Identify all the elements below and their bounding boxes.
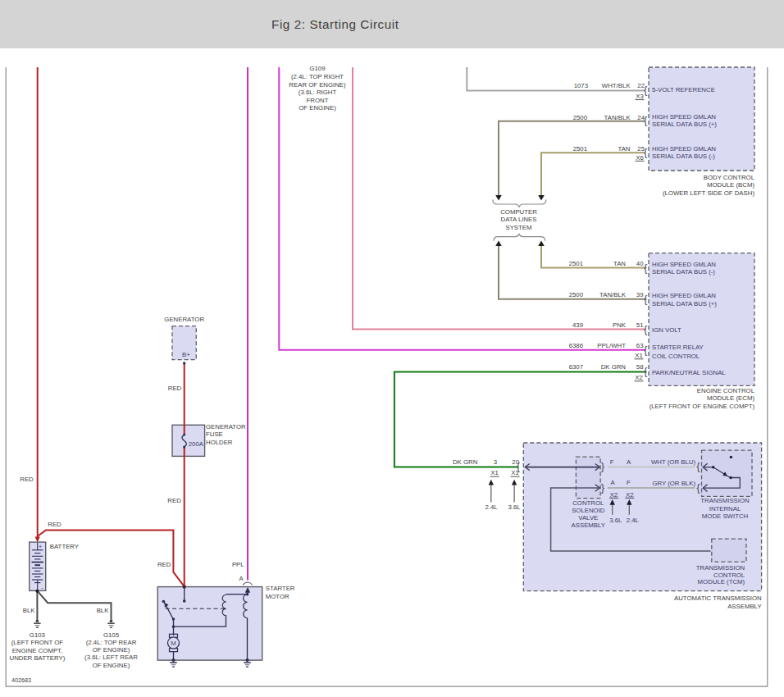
- svg-text:RED: RED: [157, 561, 171, 568]
- svg-text:2500: 2500: [569, 291, 584, 298]
- svg-text:TRANSMISSION: TRANSMISSION: [700, 497, 749, 504]
- svg-text:G109: G109: [309, 65, 325, 72]
- svg-text:HIGH SPEED GMLAN: HIGH SPEED GMLAN: [652, 292, 716, 299]
- svg-text:(2.4L: TOP RIGHT: (2.4L: TOP RIGHT: [291, 73, 344, 80]
- svg-text:51: 51: [636, 321, 644, 329]
- svg-text:{: {: [644, 262, 648, 274]
- svg-text:58: 58: [636, 363, 644, 371]
- svg-text:DK GRN: DK GRN: [453, 458, 477, 466]
- svg-text:MODULE (ECM): MODULE (ECM): [707, 394, 754, 402]
- svg-text:+: +: [39, 543, 42, 550]
- svg-text:RED: RED: [167, 497, 181, 504]
- svg-text:20: 20: [512, 458, 519, 466]
- svg-text:6386: 6386: [569, 342, 583, 349]
- svg-text:PPL: PPL: [232, 561, 244, 568]
- svg-text:{: {: [644, 323, 648, 335]
- svg-text:INTERNAL: INTERNAL: [709, 505, 741, 512]
- svg-text:STARTER RELAY: STARTER RELAY: [652, 344, 704, 351]
- svg-text:SERIAL DATA BUS (-): SERIAL DATA BUS (-): [652, 153, 715, 160]
- svg-text:GENERATOR: GENERATOR: [206, 423, 246, 430]
- svg-text:OF ENGINE): OF ENGINE): [299, 104, 336, 112]
- svg-text:GRY (OR BLK): GRY (OR BLK): [652, 480, 695, 487]
- svg-text:DK GRN: DK GRN: [601, 363, 626, 371]
- svg-text:CONTROL: CONTROL: [572, 499, 604, 507]
- svg-text:ASSEMBLY: ASSEMBLY: [727, 603, 762, 610]
- svg-text:TAN/BLK: TAN/BLK: [604, 114, 631, 121]
- svg-text:PNK: PNK: [613, 321, 627, 329]
- svg-text:439: 439: [572, 321, 583, 329]
- svg-text:{: {: [696, 460, 700, 472]
- svg-text:TAN: TAN: [613, 260, 626, 267]
- svg-text:40: 40: [636, 260, 644, 267]
- svg-text:(2.4L: TOP REAR: (2.4L: TOP REAR: [86, 639, 137, 646]
- svg-text:TAN/BLK: TAN/BLK: [599, 291, 627, 298]
- svg-text:3: 3: [494, 458, 497, 466]
- svg-text:HIGH SPEED GMLAN: HIGH SPEED GMLAN: [652, 113, 716, 121]
- svg-text:402683: 402683: [11, 676, 31, 684]
- svg-text:BODY CONTROL: BODY CONTROL: [704, 174, 755, 181]
- svg-text:200A: 200A: [189, 440, 204, 448]
- svg-text:RED: RED: [20, 476, 34, 483]
- svg-text:(LOWER LEFT SIDE OF DASH): (LOWER LEFT SIDE OF DASH): [663, 189, 754, 197]
- svg-text:6307: 6307: [569, 363, 583, 371]
- svg-text:BLK: BLK: [97, 607, 110, 614]
- svg-text:REAR OF ENGINE): REAR OF ENGINE): [289, 81, 346, 89]
- svg-text:VALVE: VALVE: [578, 514, 598, 522]
- svg-text:X1: X1: [511, 469, 519, 476]
- svg-text:MODULE (TCM): MODULE (TCM): [698, 578, 745, 585]
- svg-text:3.6L: 3.6L: [508, 503, 522, 511]
- svg-text:X2: X2: [626, 491, 634, 499]
- svg-text:A: A: [239, 575, 244, 582]
- svg-text:2500: 2500: [573, 114, 588, 121]
- svg-text:SOLENOID: SOLENOID: [572, 507, 605, 514]
- svg-text:M: M: [171, 640, 176, 647]
- svg-text:{: {: [644, 344, 648, 356]
- svg-text:PARK/NEUTRAL SIGNAL: PARK/NEUTRAL SIGNAL: [652, 369, 726, 376]
- svg-text:WHT (OR BLU): WHT (OR BLU): [651, 458, 695, 466]
- svg-text:MODULE (BCM): MODULE (BCM): [707, 181, 754, 189]
- svg-text:B+: B+: [182, 351, 190, 358]
- svg-text:MOTOR: MOTOR: [266, 593, 289, 600]
- svg-text:COIL CONTROL: COIL CONTROL: [652, 353, 700, 360]
- svg-text:STARTER: STARTER: [266, 585, 295, 592]
- svg-text:F: F: [627, 479, 631, 486]
- svg-text:GENERATOR: GENERATOR: [164, 316, 204, 323]
- svg-text:}: }: [601, 460, 605, 472]
- svg-text:}: }: [601, 481, 605, 494]
- svg-text:X1: X1: [490, 469, 499, 476]
- svg-text:X2: X2: [635, 374, 643, 381]
- svg-text:A: A: [627, 458, 631, 466]
- svg-text:SERIAL DATA BUS (-): SERIAL DATA BUS (-): [652, 268, 715, 276]
- svg-text:OF ENGINE): OF ENGINE): [93, 662, 130, 669]
- svg-text:UNDER BATTERY): UNDER BATTERY): [10, 654, 66, 662]
- svg-text:OF ENGINE): OF ENGINE): [93, 646, 130, 654]
- svg-text:25: 25: [637, 145, 645, 153]
- svg-text:A: A: [611, 479, 616, 486]
- svg-text:COMPUTER: COMPUTER: [500, 208, 537, 216]
- svg-text:X6: X6: [636, 154, 644, 162]
- svg-text:(3.6L: RIGHT: (3.6L: RIGHT: [299, 89, 337, 96]
- svg-text:63: 63: [636, 342, 644, 349]
- svg-text:3.6L: 3.6L: [609, 517, 622, 524]
- svg-text:DATA LINES: DATA LINES: [501, 216, 537, 223]
- svg-text:MODE SWITCH: MODE SWITCH: [702, 512, 748, 520]
- svg-text:ENGINE CONTROL: ENGINE CONTROL: [697, 387, 755, 394]
- svg-text:FUSE: FUSE: [206, 430, 223, 438]
- svg-text:F: F: [610, 458, 614, 466]
- svg-text:2.4L: 2.4L: [627, 517, 640, 524]
- svg-text:(LEFT FRONT OF: (LEFT FRONT OF: [11, 639, 64, 646]
- svg-text:TAN: TAN: [618, 145, 630, 153]
- svg-text:G105: G105: [103, 631, 120, 639]
- svg-text:X3: X3: [636, 93, 644, 100]
- svg-text:ENGINE COMPT,: ENGINE COMPT,: [12, 647, 63, 654]
- svg-text:{: {: [644, 293, 648, 305]
- svg-text:2501: 2501: [573, 145, 587, 153]
- svg-text:22: 22: [637, 82, 645, 89]
- svg-text:RED: RED: [168, 385, 182, 392]
- svg-text:SYSTEM: SYSTEM: [505, 224, 531, 231]
- svg-text:ASSEMBLY: ASSEMBLY: [572, 522, 606, 529]
- svg-text:{: {: [696, 481, 700, 494]
- svg-text:G103: G103: [30, 631, 45, 639]
- svg-text:2501: 2501: [569, 260, 583, 267]
- svg-text:AUTOMATIC TRANSMISSION: AUTOMATIC TRANSMISSION: [674, 594, 762, 602]
